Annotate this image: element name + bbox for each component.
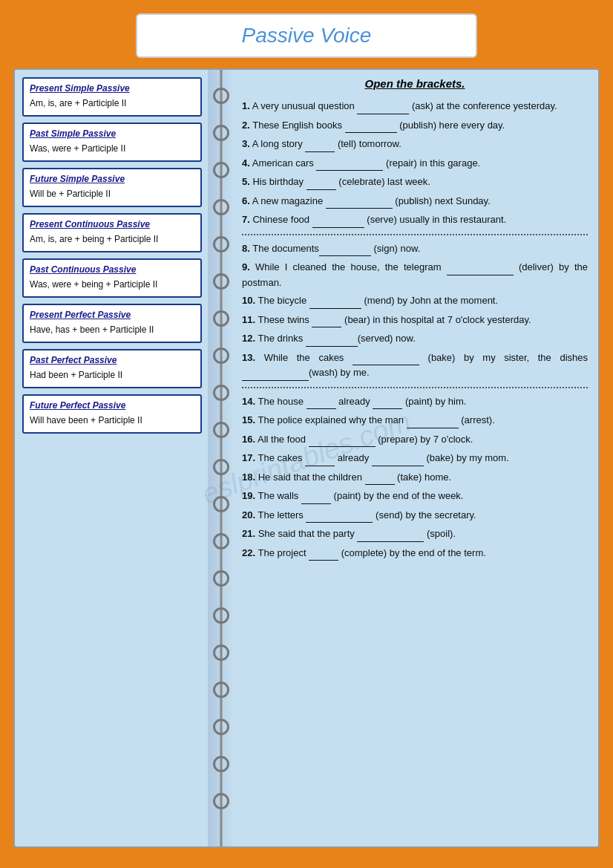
grammar-card-7: Future Perfect Passive Will have been + … xyxy=(22,394,202,434)
grammar-card-4: Past Continuous Passive Was, were + bein… xyxy=(22,258,202,298)
section-divider xyxy=(242,234,588,235)
spiral-ring xyxy=(213,719,229,735)
spiral-ring xyxy=(213,793,229,809)
list-item: 9. While I cleaned the house, the telegr… xyxy=(242,260,588,290)
card-title-0: Present Simple Passive xyxy=(30,83,194,94)
card-title-3: Present Continuous Passive xyxy=(30,219,194,229)
spiral-ring xyxy=(213,273,229,290)
spiral-ring xyxy=(213,682,229,698)
spiral-ring xyxy=(213,125,229,141)
spiral-ring xyxy=(213,385,229,401)
blank[interactable] xyxy=(306,394,336,410)
exercises-column: Open the brackets. 1. A very unusual que… xyxy=(235,70,598,846)
card-formula-0: Am, is, are + Participle II xyxy=(30,97,194,110)
list-item: 15. The police explained why the man (ar… xyxy=(242,413,588,428)
spiral-binding xyxy=(208,70,235,846)
card-title-7: Future Perfect Passive xyxy=(30,400,194,411)
card-formula-1: Was, were + Participle II xyxy=(30,142,194,155)
blank[interactable] xyxy=(309,293,361,309)
card-title-5: Present Perfect Passive xyxy=(30,310,194,320)
spiral-ring xyxy=(213,347,229,364)
spiral-ring xyxy=(213,645,229,661)
grammar-card-2: Future Simple Passive Will be + Particip… xyxy=(22,168,202,207)
grammar-card-3: Present Continuous Passive Am, is, are +… xyxy=(22,213,202,252)
list-item: 3. A long story (tell) tomorrow. xyxy=(242,137,588,152)
exercise-instruction: Open the brackets. xyxy=(242,77,588,90)
spiral-ring xyxy=(213,756,229,772)
blank[interactable] xyxy=(305,137,335,152)
spiral-ring xyxy=(213,310,229,327)
blank[interactable] xyxy=(357,99,409,114)
exercise-list: 1. A very unusual question (ask) at the … xyxy=(242,99,588,561)
blank[interactable] xyxy=(309,432,376,448)
list-item: 8. The documents (sign) now. xyxy=(242,241,588,257)
page-title: Passive Voice xyxy=(152,24,461,48)
spiral-ring xyxy=(213,570,229,587)
card-formula-6: Had been + Participle II xyxy=(30,368,194,382)
blank[interactable] xyxy=(373,394,402,410)
list-item: 4. American cars (repair) in this garage… xyxy=(242,156,588,172)
list-item: 13. While the cakes (bake) by my sister,… xyxy=(242,350,588,381)
card-formula-7: Will have been + Participle II xyxy=(30,414,194,427)
blank[interactable] xyxy=(312,313,341,328)
blank[interactable] xyxy=(407,413,459,428)
blank[interactable] xyxy=(309,546,338,561)
list-item: 7. Chinese food (serve) usually in this … xyxy=(242,212,588,228)
blank[interactable] xyxy=(326,194,393,209)
list-item: 10. The bicycle (mend) by John at the mo… xyxy=(242,293,588,309)
card-formula-5: Have, has + been + Participle II xyxy=(30,323,194,336)
list-item: 16. All the food (prepare) by 7 o'clock. xyxy=(242,432,588,448)
list-item: 20. The letters (send) by the secretary. xyxy=(242,508,588,523)
card-formula-4: Was, were + being + Participle II xyxy=(30,278,194,291)
blank[interactable] xyxy=(316,156,383,172)
card-title-4: Past Continuous Passive xyxy=(30,264,194,275)
list-item: 1. A very unusual question (ask) at the … xyxy=(242,99,588,114)
page: Passive Voice eslprintables.com Present … xyxy=(13,13,600,848)
blank[interactable] xyxy=(242,365,309,381)
grammar-card-5: Present Perfect Passive Have, has + been… xyxy=(22,304,202,343)
spiral-ring xyxy=(213,607,229,624)
grammar-card-1: Past Simple Passive Was, were + Particip… xyxy=(22,123,202,162)
title-box: Passive Voice xyxy=(136,13,477,58)
blank[interactable] xyxy=(301,489,331,504)
grammar-card-6: Past Perfect Passive Had been + Particip… xyxy=(22,349,202,388)
blank[interactable] xyxy=(306,331,358,347)
spiral-ring xyxy=(213,199,229,215)
list-item: 12. The drinks (served) now. xyxy=(242,331,588,347)
blank[interactable] xyxy=(365,470,395,486)
spiral-ring xyxy=(213,459,229,475)
list-item: 17. The cakes already (bake) by my mom. xyxy=(242,451,588,466)
list-item: 6. A new magazine (publish) next Sunday. xyxy=(242,194,588,209)
spiral-ring xyxy=(213,236,229,252)
blank[interactable] xyxy=(447,260,514,275)
spiral-ring xyxy=(213,162,229,178)
list-item: 21. She said that the party (spoil). xyxy=(242,526,588,542)
list-item: 5. His birthday (celebrate) last week. xyxy=(242,174,588,190)
blank[interactable] xyxy=(372,451,424,466)
blank[interactable] xyxy=(357,526,424,542)
grammar-cards-column: Present Simple Passive Am, is, are + Par… xyxy=(15,70,208,846)
main-content: eslprintables.com Present Simple Passive… xyxy=(13,68,600,848)
blank[interactable] xyxy=(306,508,373,523)
list-item: 2. These English books (publish) here ev… xyxy=(242,118,588,134)
card-formula-2: Will be + Participle II xyxy=(30,187,194,200)
list-item: 19. The walls (paint) by the end of the … xyxy=(242,489,588,504)
blank[interactable] xyxy=(345,118,397,134)
blank[interactable] xyxy=(305,451,335,466)
section-divider xyxy=(242,387,588,388)
card-formula-3: Am, is, are + being + Participle II xyxy=(30,232,194,246)
spiral-ring xyxy=(213,422,229,438)
list-item: 18. He said that the children (take) hom… xyxy=(242,470,588,486)
grammar-card-0: Present Simple Passive Am, is, are + Par… xyxy=(22,77,202,117)
card-title-6: Past Perfect Passive xyxy=(30,355,194,365)
spiral-ring xyxy=(213,533,229,549)
card-title-2: Future Simple Passive xyxy=(30,174,194,184)
blank[interactable] xyxy=(312,212,364,228)
blank[interactable] xyxy=(353,350,419,366)
spiral-ring xyxy=(213,88,229,104)
blank[interactable] xyxy=(306,174,336,190)
list-item: 22. The project (complete) by the end of… xyxy=(242,546,588,561)
blank[interactable] xyxy=(319,241,371,257)
card-title-1: Past Simple Passive xyxy=(30,128,194,139)
list-item: 14. The house already (paint) by him. xyxy=(242,394,588,410)
